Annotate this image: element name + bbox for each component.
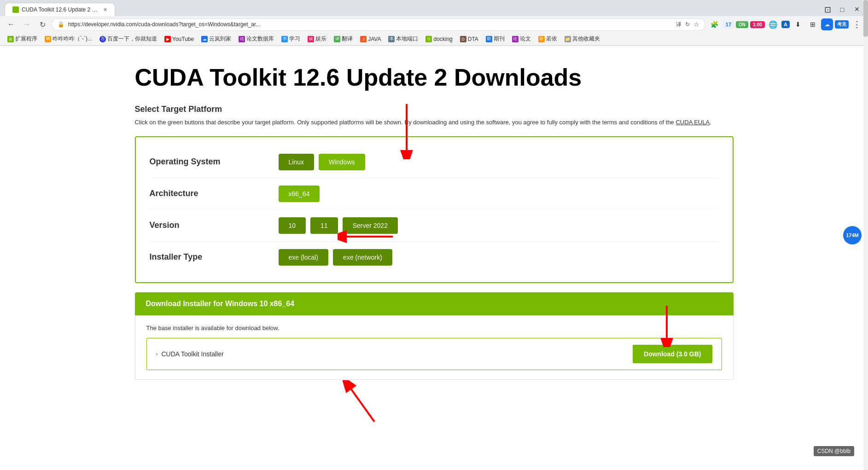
tab-close-button[interactable]: × — [104, 6, 107, 13]
paper-db-favicon: 论 — [239, 36, 245, 42]
scrollbar-thumb[interactable] — [863, 0, 868, 37]
os-label: Operating System — [150, 157, 279, 167]
version-server2022-button[interactable]: Server 2022 — [343, 217, 398, 234]
lock-icon: 🔒 — [58, 21, 64, 28]
installer-type-label: Installer Type — [150, 252, 279, 262]
reload-button[interactable]: ↻ — [36, 18, 49, 31]
ext-badge-17[interactable]: 17 — [723, 21, 734, 28]
chevron-right-icon: › — [156, 351, 158, 357]
ruoyi-favicon: 若 — [538, 36, 545, 42]
download-button[interactable]: Download (3.0 GB) — [633, 345, 712, 363]
selector-box: Operating System Linux Windows Architect… — [135, 136, 734, 283]
forward-button[interactable]: → — [20, 18, 33, 31]
ext-text-badge[interactable]: 考克 — [835, 20, 849, 29]
bookmark-yun[interactable]: ☁ 云岚到家 — [198, 34, 234, 44]
star-icon[interactable]: ☆ — [693, 21, 699, 28]
os-linux-button[interactable]: Linux — [279, 154, 314, 170]
arch-options: x86_64 — [279, 186, 320, 202]
installer-type-row: Installer Type exe (local) exe (network) — [150, 242, 719, 273]
section-desc: Click on the green buttons that describe… — [135, 118, 734, 127]
version-selector-row: Version 10 11 Server 2022 — [150, 210, 719, 242]
toolbar-right: 🧩 17 ON 1:00 🌐 A ⬇ ⊞ ☁ 考克 ⋮ — [708, 18, 863, 31]
bookmark-chat[interactable]: 啊 咋咋咋咋（`-´)... — [42, 34, 95, 44]
maximize-button[interactable]: □ — [836, 3, 849, 16]
tab-favicon — [12, 6, 19, 13]
eula-link[interactable]: CUDA EULA — [676, 119, 710, 126]
arch-selector-row: Architecture x86_64 — [150, 178, 719, 210]
baidu-favicon: 百 — [99, 36, 106, 42]
ext-badge-a[interactable]: A — [781, 21, 790, 28]
close-window-button[interactable]: × — [851, 3, 863, 16]
paper-favicon: 论 — [512, 36, 518, 42]
extensions-favicon: ⊞ — [7, 36, 14, 42]
translate-favicon: 译 — [334, 36, 340, 42]
bookmark-others[interactable]: 📁 其他收藏夹 — [562, 34, 603, 44]
bookmark-java[interactable]: J JAVA — [357, 35, 384, 43]
download-icon[interactable]: ⬇ — [792, 18, 804, 31]
section-title: Select Target Platform — [135, 104, 734, 114]
scrollbar-track — [863, 0, 868, 470]
bookmark-paper-db[interactable]: 论 论文数据库 — [236, 34, 277, 44]
bookmark-dta[interactable]: D DTA — [457, 35, 481, 43]
puzzle-icon[interactable]: 🧩 — [708, 18, 721, 31]
bookmark-baidu[interactable]: 百 百度一下，你就知道 — [97, 34, 160, 44]
installer-type-options: exe (local) exe (network) — [279, 249, 392, 266]
reload-icon[interactable]: ↻ — [685, 21, 690, 28]
bookmark-translate[interactable]: 译 翻译 — [331, 34, 355, 44]
bookmark-ruoyi[interactable]: 若 若依 — [536, 34, 560, 44]
address-bar[interactable]: 🔒 https://developer.nvidia.com/cuda-down… — [52, 18, 705, 31]
download-header: Download Installer for Windows 10 x86_64 — [135, 292, 734, 315]
bookmark-docking[interactable]: D docking — [423, 35, 455, 43]
arch-x86-button[interactable]: x86_64 — [279, 186, 320, 202]
download-body-text: The base installer is available for down… — [146, 325, 722, 331]
address-bar-row: ← → ↻ 🔒 https://developer.nvidia.com/cud… — [0, 16, 868, 33]
installer-label-container: › CUDA Toolkit Installer — [156, 350, 224, 358]
installer-network-button[interactable]: exe (network) — [333, 249, 392, 266]
bookmark-youtube[interactable]: ▶ YouTube — [162, 35, 197, 43]
bookmark-paper[interactable]: 论 论文 — [509, 34, 534, 44]
local-favicon: 本 — [388, 36, 395, 42]
yun-favicon: ☁ — [201, 36, 208, 42]
bookmark-entertainment[interactable]: 娱 娱乐 — [305, 34, 329, 44]
sidebar-icon[interactable]: ⊞ — [806, 18, 819, 31]
minimize-button[interactable]: ⊡ — [821, 3, 834, 16]
os-windows-button[interactable]: Windows — [319, 154, 365, 170]
java-favicon: J — [360, 36, 367, 42]
page-title: CUDA Toolkit 12.6 Update 2 Downloads — [135, 64, 734, 91]
bookmark-local[interactable]: 本 本地端口 — [385, 34, 421, 44]
youtube-favicon: ▶ — [164, 36, 171, 42]
translate-icon[interactable]: 译 — [676, 21, 682, 29]
installer-label: CUDA Toolkit Installer — [162, 350, 224, 358]
version-10-button[interactable]: 10 — [279, 217, 306, 234]
os-selector-row: Operating System Linux Windows — [150, 146, 719, 178]
bookmark-journal[interactable]: 期 期刊 — [483, 34, 507, 44]
study-favicon: 学 — [281, 36, 288, 42]
journal-favicon: 期 — [486, 36, 492, 42]
installer-local-button[interactable]: exe (local) — [279, 249, 329, 266]
tab-bar: CUDA Toolkit 12.6 Update 2 Downloads × ⊡… — [0, 0, 868, 16]
ent-favicon: 娱 — [308, 36, 314, 42]
download-section: Download Installer for Windows 10 x86_64… — [135, 292, 734, 380]
bookmark-extensions[interactable]: ⊞ 扩展程序 — [5, 34, 40, 44]
dta-favicon: D — [460, 36, 466, 42]
os-options: Linux Windows — [279, 154, 365, 170]
version-options: 10 11 Server 2022 — [279, 217, 398, 234]
cloud-icon[interactable]: ☁ — [821, 18, 833, 30]
version-11-button[interactable]: 11 — [310, 217, 338, 234]
chat-favicon: 啊 — [45, 36, 51, 42]
others-favicon: 📁 — [565, 36, 571, 42]
download-installer-row: › CUDA Toolkit Installer Download (3.0 G… — [146, 338, 722, 370]
back-button[interactable]: ← — [5, 18, 17, 31]
annotation-container: Operating System Linux Windows Architect… — [135, 136, 734, 380]
youtube-label: YouTube — [172, 36, 194, 42]
menu-button[interactable]: ⋮ — [851, 18, 863, 31]
ext-badge-100[interactable]: 1:00 — [750, 21, 765, 28]
active-tab[interactable]: CUDA Toolkit 12.6 Update 2 Downloads × — [5, 3, 115, 16]
float-badge[interactable]: 174M — [843, 226, 862, 244]
url-display: https://developer.nvidia.com/cuda-downlo… — [68, 21, 672, 28]
ext-badge-on[interactable]: ON — [736, 21, 748, 28]
ext-icon-1[interactable]: 🌐 — [767, 18, 780, 31]
bookmark-study[interactable]: 学 学习 — [279, 34, 303, 44]
installer-row-container: › CUDA Toolkit Installer Download (3.0 G… — [146, 338, 722, 370]
annotation-arrow-installer — [338, 380, 393, 426]
